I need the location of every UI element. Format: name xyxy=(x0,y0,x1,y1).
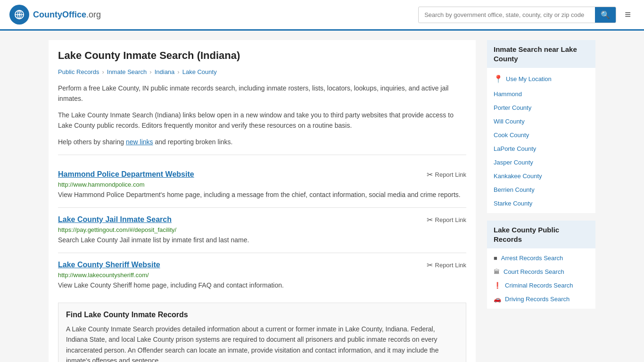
sidebar-link-berrien-county[interactable]: Berrien County xyxy=(487,183,595,197)
driving-records-icon: 🚗 xyxy=(494,296,501,303)
report-icon-1: ✂ xyxy=(427,170,433,179)
report-icon-3: ✂ xyxy=(427,261,433,270)
result-url-2[interactable]: https://pay.gettingout.com/#/deposit_fac… xyxy=(58,226,466,233)
sidebar-link-court-records[interactable]: 🏛 Court Records Search xyxy=(487,265,595,279)
description-2: The Lake County Inmate Search (Indiana) … xyxy=(58,110,466,131)
divider-1 xyxy=(58,155,466,155)
use-location-label: Use My Location xyxy=(506,75,552,82)
result-item-2: Lake County Jail Inmate Search ✂ Report … xyxy=(58,207,466,253)
report-icon-2: ✂ xyxy=(427,215,433,224)
breadcrumb-sep-3: › xyxy=(177,68,179,75)
sidebar-link-criminal-records[interactable]: ❗ Criminal Records Search xyxy=(487,279,595,292)
sidebar-link-porter-county[interactable]: Porter County xyxy=(487,101,595,115)
result-item-1: Hammond Police Department Website ✂ Repo… xyxy=(58,163,466,207)
result-header-3: Lake County Sheriff Website ✂ Report Lin… xyxy=(58,261,466,270)
hamburger-menu[interactable]: ≡ xyxy=(621,7,635,23)
sidebar-link-starke-county[interactable]: Starke County xyxy=(487,197,595,210)
breadcrumb-public-records[interactable]: Public Records xyxy=(58,68,99,75)
new-links-link[interactable]: new links xyxy=(126,138,153,146)
driving-records-label: Driving Records Search xyxy=(505,296,570,303)
report-label-1: Report Link xyxy=(435,171,466,178)
search-button[interactable]: 🔍 xyxy=(595,7,616,23)
sidebar-public-records-section: Lake County Public Records ■ Arrest Reco… xyxy=(487,221,595,309)
result-url-1[interactable]: http://www.hammondpolice.com xyxy=(58,181,466,188)
result-desc-2: Search Lake County Jail inmate list by i… xyxy=(58,235,466,245)
sidebar-nearby-section: Inmate Search near Lake County 📍 Use My … xyxy=(487,40,595,213)
logo-area: CountyOffice.org xyxy=(9,5,101,25)
sidebar-link-kankakee-county[interactable]: Kankakee County xyxy=(487,169,595,183)
sidebar-link-cook-label: Cook County xyxy=(494,132,529,139)
description-1: Perform a free Lake County, IN public in… xyxy=(58,83,466,104)
report-link-3[interactable]: ✂ Report Link xyxy=(427,261,466,270)
report-label-2: Report Link xyxy=(435,216,466,223)
sidebar-link-porter-label: Porter County xyxy=(494,104,531,111)
result-desc-1: View Hammond Police Department's home pa… xyxy=(58,190,466,200)
breadcrumb-inmate-search[interactable]: Inmate Search xyxy=(107,68,147,75)
result-title-3[interactable]: Lake County Sheriff Website xyxy=(58,261,160,269)
svg-point-5 xyxy=(18,14,20,16)
breadcrumb-lake-county[interactable]: Lake County xyxy=(182,68,217,75)
breadcrumb-indiana[interactable]: Indiana xyxy=(155,68,175,75)
result-header-2: Lake County Jail Inmate Search ✂ Report … xyxy=(58,215,466,224)
find-section: Find Lake County Inmate Records A Lake C… xyxy=(58,303,466,362)
arrest-records-icon: ■ xyxy=(494,255,497,262)
result-header-1: Hammond Police Department Website ✂ Repo… xyxy=(58,170,466,179)
sidebar-link-will-label: Will County xyxy=(494,118,525,125)
result-title-2[interactable]: Lake County Jail Inmate Search xyxy=(58,215,172,224)
help-text: Help others by sharing new links and rep… xyxy=(58,137,466,147)
court-records-icon: 🏛 xyxy=(494,268,500,275)
result-title-1[interactable]: Hammond Police Department Website xyxy=(58,170,194,179)
criminal-records-label: Criminal Records Search xyxy=(505,282,573,289)
result-url-3[interactable]: http://www.lakecountysheriff.com/ xyxy=(58,272,466,279)
report-link-1[interactable]: ✂ Report Link xyxy=(427,170,466,179)
breadcrumb-sep-1: › xyxy=(102,68,104,75)
use-location-link[interactable]: 📍 Use My Location xyxy=(487,71,595,87)
arrest-records-label: Arrest Records Search xyxy=(501,255,563,262)
breadcrumb: Public Records › Inmate Search › Indiana… xyxy=(58,68,466,75)
find-section-title: Find Lake County Inmate Records xyxy=(66,311,458,319)
sidebar-link-jasper-label: Jasper County xyxy=(494,159,533,166)
sidebar-link-driving-records[interactable]: 🚗 Driving Records Search xyxy=(487,292,595,306)
sidebar-nearby-title: Inmate Search near Lake County xyxy=(487,40,595,68)
search-bar: 🔍 xyxy=(418,7,616,23)
criminal-records-icon: ❗ xyxy=(494,282,501,289)
location-pin-icon: 📍 xyxy=(494,74,503,83)
sidebar-link-arrest-records[interactable]: ■ Arrest Records Search xyxy=(487,251,595,265)
court-records-label: Court Records Search xyxy=(504,268,564,275)
sidebar-link-laporte-label: LaPorte County xyxy=(494,145,536,152)
sidebar-nearby-links: 📍 Use My Location Hammond Porter County … xyxy=(487,68,595,213)
main-container: Lake County Inmate Search (Indiana) Publ… xyxy=(39,31,605,362)
logo-suffix: .org xyxy=(86,10,101,19)
sidebar-link-hammond-label: Hammond xyxy=(494,90,522,98)
sidebar-public-records-title: Lake County Public Records xyxy=(487,221,595,248)
sidebar-public-records-links: ■ Arrest Records Search 🏛 Court Records … xyxy=(487,248,595,309)
logo-svg xyxy=(13,8,26,21)
breadcrumb-sep-2: › xyxy=(149,68,151,75)
header-right: 🔍 ≡ xyxy=(418,7,635,23)
content-area: Lake County Inmate Search (Indiana) Publ… xyxy=(49,40,476,362)
report-label-3: Report Link xyxy=(435,262,466,269)
report-link-2[interactable]: ✂ Report Link xyxy=(427,215,466,224)
sidebar-link-kankakee-label: Kankakee County xyxy=(494,173,542,180)
sidebar-link-laporte-county[interactable]: LaPorte County xyxy=(487,142,595,156)
logo-text: CountyOffice.org xyxy=(33,10,101,20)
sidebar-link-starke-label: Starke County xyxy=(494,200,532,207)
search-input[interactable] xyxy=(419,8,595,22)
sidebar-link-hammond[interactable]: Hammond xyxy=(487,87,595,101)
result-item-3: Lake County Sheriff Website ✂ Report Lin… xyxy=(58,253,466,298)
sidebar-link-berrien-label: Berrien County xyxy=(494,186,535,193)
sidebar-link-jasper-county[interactable]: Jasper County xyxy=(487,156,595,169)
sidebar: Inmate Search near Lake County 📍 Use My … xyxy=(487,40,595,362)
sidebar-link-will-county[interactable]: Will County xyxy=(487,115,595,128)
logo-icon xyxy=(9,5,29,25)
header: CountyOffice.org 🔍 ≡ xyxy=(0,0,644,31)
sidebar-link-cook-county[interactable]: Cook County xyxy=(487,128,595,142)
page-title: Lake County Inmate Search (Indiana) xyxy=(58,49,466,62)
find-section-text: A Lake County Inmate Search provides det… xyxy=(66,324,458,362)
result-desc-3: View Lake County Sheriff home page, incl… xyxy=(58,280,466,290)
